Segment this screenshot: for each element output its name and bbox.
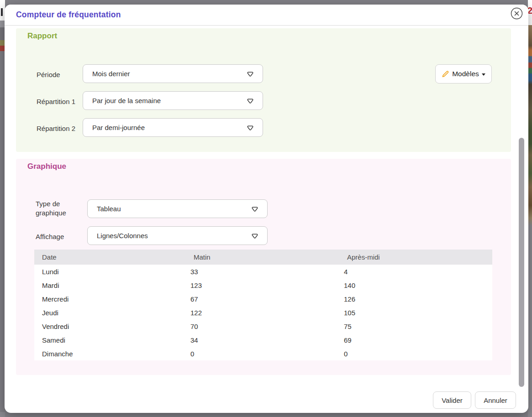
column-header-apres-midi: Après-midi xyxy=(344,250,492,265)
table-cell: 126 xyxy=(344,292,492,306)
table-cell: 140 xyxy=(344,278,492,292)
dialog-title: Compteur de fréquentation xyxy=(16,5,121,25)
chart-type-label-line2: graphique xyxy=(36,208,66,218)
table-cell: 75 xyxy=(344,319,492,333)
table-cell: Samedi xyxy=(34,333,190,347)
repartition2-select[interactable]: Par demi-journée xyxy=(83,118,263,137)
chart-type-select[interactable]: Tableau xyxy=(87,199,268,218)
table-cell: 33 xyxy=(190,265,344,278)
close-button[interactable] xyxy=(511,7,523,20)
column-header-date: Date xyxy=(34,250,190,265)
table-cell: 0 xyxy=(344,347,492,360)
periode-label: Période xyxy=(37,70,60,79)
table-cell: Mercredi xyxy=(34,292,190,306)
table-row: Mercredi67126 xyxy=(34,292,492,306)
table-row: Lundi334 xyxy=(34,265,492,278)
table-row: Dimanche00 xyxy=(34,347,492,360)
repartition1-select[interactable]: Par jour de la semaine xyxy=(83,91,263,110)
column-header-matin: Matin xyxy=(190,250,344,265)
display-value: Lignes/Colonnes xyxy=(97,232,251,240)
repartition2-label: Répartition 2 xyxy=(37,124,75,133)
table-row: Mardi123140 xyxy=(34,278,492,292)
background-text-fragment xyxy=(1,8,3,16)
table-cell: Vendredi xyxy=(34,319,190,333)
table-cell: 123 xyxy=(190,278,344,292)
graphique-heading: Graphique xyxy=(27,162,66,171)
table-cell: 4 xyxy=(344,265,492,278)
table-row: Vendredi7075 xyxy=(34,319,492,333)
cancel-button[interactable]: Annuler xyxy=(475,391,516,409)
table-cell: 69 xyxy=(344,333,492,347)
dialog-header: Compteur de fréquentation xyxy=(5,5,528,26)
chevron-down-icon xyxy=(246,97,254,105)
rapport-heading: Rapport xyxy=(27,31,57,41)
close-icon xyxy=(511,14,523,21)
table-cell: 105 xyxy=(344,306,492,319)
chevron-down-icon xyxy=(246,124,254,132)
chevron-down-icon xyxy=(251,232,259,240)
table-cell: 67 xyxy=(190,292,344,306)
chart-type-value: Tableau xyxy=(97,205,251,213)
table-cell: Dimanche xyxy=(34,347,190,360)
table-cell: 0 xyxy=(190,347,344,360)
periode-value: Mois dernier xyxy=(92,70,246,78)
table-cell: 122 xyxy=(190,306,344,319)
table-header-row: Date Matin Après-midi xyxy=(34,250,492,265)
repartition1-label: Répartition 1 xyxy=(37,97,75,106)
rapport-section: Rapport Période Mois dernier Répartition… xyxy=(16,28,511,152)
modeles-button-label: Modèles xyxy=(452,70,479,78)
chevron-down-icon xyxy=(251,205,259,213)
validate-button[interactable]: Valider xyxy=(433,391,471,409)
table-cell: Lundi xyxy=(34,265,190,278)
modeles-button[interactable]: Modèles xyxy=(435,64,492,83)
background-page-right-edge xyxy=(528,0,532,417)
caret-down-icon xyxy=(482,73,485,76)
table-row: Samedi3469 xyxy=(34,333,492,347)
graphique-section: Graphique Type de graphique Tableau Affi… xyxy=(16,159,511,375)
periode-select[interactable]: Mois dernier xyxy=(83,64,263,83)
table-cell: Mardi xyxy=(34,278,190,292)
display-select[interactable]: Lignes/Colonnes xyxy=(87,226,268,245)
table-body: Lundi334Mardi123140Mercredi67126Jeudi122… xyxy=(34,265,492,360)
table-cell: Jeudi xyxy=(34,306,190,319)
pencil-icon xyxy=(442,70,449,78)
repartition2-value: Par demi-journée xyxy=(92,124,246,131)
table-cell: 70 xyxy=(190,319,344,333)
vertical-scrollbar-thumb[interactable] xyxy=(519,138,524,387)
attendance-table: Date Matin Après-midi Lundi334Mardi12314… xyxy=(34,250,492,360)
chart-type-label: Type de graphique xyxy=(36,199,66,218)
attendance-counter-dialog: Compteur de fréquentation Rapport Périod… xyxy=(5,5,528,413)
chevron-down-icon xyxy=(246,70,254,78)
table-cell: 34 xyxy=(190,333,344,347)
display-label: Affichage xyxy=(36,232,64,241)
table-row: Jeudi122105 xyxy=(34,306,492,319)
repartition1-value: Par jour de la semaine xyxy=(92,97,246,104)
chart-type-label-line1: Type de xyxy=(36,199,66,208)
